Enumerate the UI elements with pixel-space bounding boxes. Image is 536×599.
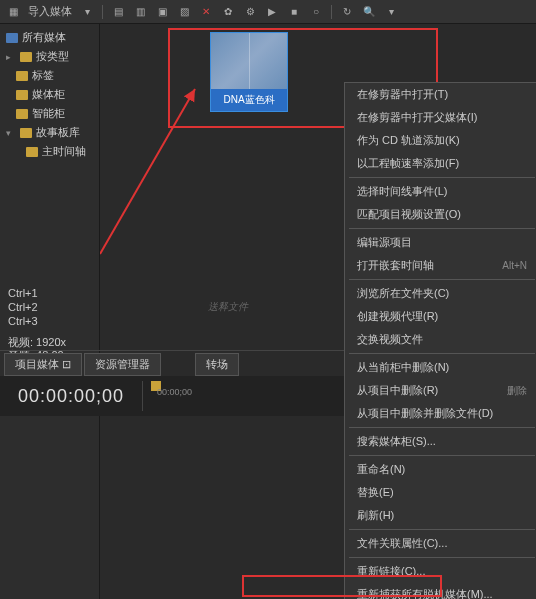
thumbnail-label: DNA蓝色科: [211, 89, 287, 111]
search-icon[interactable]: 🔍: [362, 5, 376, 19]
context-menu-item: 在修剪器中打开父媒体(I): [345, 106, 536, 129]
context-menu: 在修剪器中打开(T)在修剪器中打开父媒体(I)作为 CD 轨道添加(K)以工程帧…: [344, 82, 536, 599]
tree-label: 智能柜: [32, 106, 65, 121]
tree-label: 按类型: [36, 49, 69, 64]
shortcuts-left: Ctrl+1Ctrl+2Ctrl+3: [8, 286, 38, 328]
tree-all-media[interactable]: 所有媒体: [0, 28, 99, 47]
context-menu-item[interactable]: 重新捕获所有脱机媒体(M)...: [345, 583, 536, 599]
tool-icon-3[interactable]: ▣: [155, 5, 169, 19]
tab-transitions[interactable]: 转场: [195, 353, 239, 376]
folder-icon: [6, 33, 18, 43]
tree-smart-bins[interactable]: 智能柜: [0, 104, 99, 123]
context-menu-item: 文件关联属性(C)...: [345, 532, 536, 555]
tree-main-timeline[interactable]: 主时间轴: [0, 142, 99, 161]
close-x-icon[interactable]: ✕: [199, 5, 213, 19]
context-menu-item[interactable]: 浏览所在文件夹(C): [345, 282, 536, 305]
tab-project-media[interactable]: 项目媒体 ⊡: [4, 353, 82, 376]
context-menu-item[interactable]: 以工程帧速率添加(F): [345, 152, 536, 175]
tree-label: 媒体柜: [32, 87, 65, 102]
context-menu-item[interactable]: 从项目中删除并删除文件(D): [345, 402, 536, 425]
context-menu-item: 打开嵌套时间轴Alt+N: [345, 254, 536, 277]
tool-icon-2[interactable]: ▥: [133, 5, 147, 19]
context-menu-item: 重新链接(C)...: [345, 560, 536, 583]
refresh-icon[interactable]: ↻: [340, 5, 354, 19]
play-icon[interactable]: ▶: [265, 5, 279, 19]
context-menu-item: 从当前柜中删除(N): [345, 356, 536, 379]
plus-icon: ▸: [6, 52, 16, 62]
context-menu-item[interactable]: 交换视频文件: [345, 328, 536, 351]
tree-by-type[interactable]: ▸按类型: [0, 47, 99, 66]
folder-icon: [16, 109, 28, 119]
tree-storyboard[interactable]: ▾故事板库: [0, 123, 99, 142]
import-media-button[interactable]: 导入媒体: [28, 4, 72, 19]
record-icon[interactable]: ○: [309, 5, 323, 19]
context-menu-item[interactable]: 匹配项目视频设置(O): [345, 203, 536, 226]
timecode-display[interactable]: 00:00:00;00: [0, 386, 142, 407]
toolbar-icon[interactable]: ▦: [6, 5, 20, 19]
context-menu-item[interactable]: 在修剪器中打开(T): [345, 83, 536, 106]
tree-label: 所有媒体: [22, 30, 66, 45]
minus-icon: ▾: [6, 128, 16, 138]
context-menu-item[interactable]: 替换(E): [345, 481, 536, 504]
context-menu-item: 编辑源项目: [345, 231, 536, 254]
context-menu-item[interactable]: 选择时间线事件(L): [345, 180, 536, 203]
context-menu-item[interactable]: 重命名(N): [345, 458, 536, 481]
tree-media-bins[interactable]: 媒体柜: [0, 85, 99, 104]
top-toolbar: ▦ 导入媒体 ▾ ▤ ▥ ▣ ▨ ✕ ✿ ⚙ ▶ ■ ○ ↻ 🔍 ▾: [0, 0, 536, 24]
thumbnail-image: [211, 33, 287, 89]
context-menu-item[interactable]: 搜索媒体柜(S)...: [345, 430, 536, 453]
tool-icon-1[interactable]: ▤: [111, 5, 125, 19]
folder-icon: [16, 90, 28, 100]
file-info-label: 送释文件: [208, 300, 248, 314]
tree-label: 标签: [32, 68, 54, 83]
folder-icon: [20, 52, 32, 62]
tree-label: 故事板库: [36, 125, 80, 140]
dropdown-icon[interactable]: ▾: [80, 5, 94, 19]
tree-tags[interactable]: 标签: [0, 66, 99, 85]
wrench-icon[interactable]: ⚙: [243, 5, 257, 19]
folder-icon: [26, 147, 38, 157]
context-menu-item[interactable]: 刷新(H): [345, 504, 536, 527]
folder-icon: [20, 128, 32, 138]
tool-icon-4[interactable]: ▨: [177, 5, 191, 19]
context-menu-item[interactable]: 创建视频代理(R): [345, 305, 536, 328]
tree-label: 主时间轴: [42, 144, 86, 159]
content-area: DNA蓝色科 在修剪器中打开(T)在修剪器中打开父媒体(I)作为 CD 轨道添加…: [100, 24, 536, 599]
context-menu-item[interactable]: 作为 CD 轨道添加(K): [345, 129, 536, 152]
chevron-down-icon[interactable]: ▾: [384, 5, 398, 19]
tab-explorer[interactable]: 资源管理器: [84, 353, 161, 376]
stop-icon[interactable]: ■: [287, 5, 301, 19]
context-menu-item[interactable]: 从项目中删除(R)删除: [345, 379, 536, 402]
media-thumbnail[interactable]: DNA蓝色科: [210, 32, 288, 112]
ruler-tick: 00:00;00: [157, 387, 192, 397]
gear-icon[interactable]: ✿: [221, 5, 235, 19]
folder-icon: [16, 71, 28, 81]
